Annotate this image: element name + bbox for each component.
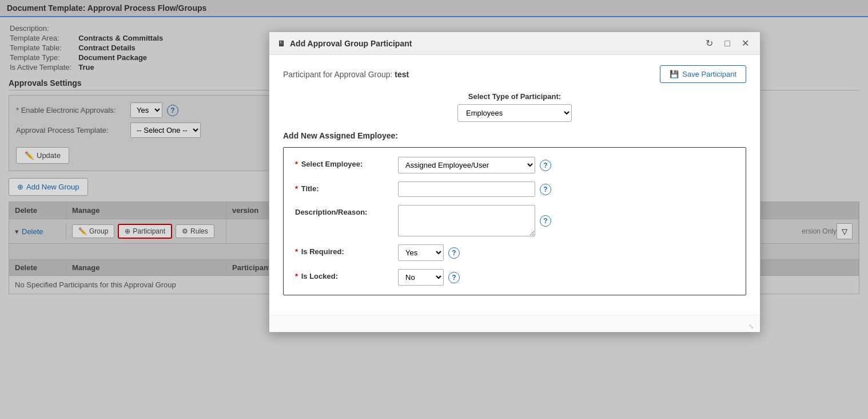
is-required-control: Yes No ? [398, 244, 460, 261]
approval-group-name: test [395, 70, 409, 79]
modal-footer: ⤡ [269, 315, 760, 332]
add-new-assigned-employee-title: Add New Assigned Employee: [283, 131, 746, 140]
description-textarea[interactable] [398, 205, 535, 236]
description-help-icon[interactable]: ? [540, 215, 551, 227]
select-employee-label: * Select Employee: [295, 157, 398, 168]
is-locked-row: * Is Locked: No Yes ? [295, 269, 734, 286]
modal-refresh-button[interactable]: ↻ [703, 37, 716, 50]
modal-close-button[interactable]: ✕ [739, 37, 752, 50]
is-locked-help-icon[interactable]: ? [448, 272, 460, 283]
title-label: * Title: [295, 181, 398, 193]
description-label: Description/Reason: [295, 205, 398, 216]
is-required-label: * Is Required: [295, 244, 398, 256]
is-required-select[interactable]: Yes No [398, 244, 444, 261]
select-employee-row: * Select Employee: Assigned Employee/Use… [295, 157, 734, 173]
save-participant-button[interactable]: 💾 Save Participant [660, 65, 746, 83]
modal-body: Participant for Approval Group: test 💾 S… [269, 55, 760, 315]
is-locked-label: * Is Locked: [295, 269, 398, 280]
title-row: * Title: ? [295, 181, 734, 197]
employee-form-box: * Select Employee: Assigned Employee/Use… [283, 147, 746, 295]
modal-title: Add Approval Group Participant [290, 39, 412, 48]
required-asterisk: * [295, 184, 298, 193]
modal-titlebar: 🖥 Add Approval Group Participant ↻ □ ✕ [269, 32, 760, 55]
title-control: ? [398, 181, 551, 197]
required-asterisk: * [295, 160, 298, 168]
select-employee-select[interactable]: Assigned Employee/User Specific Employee [398, 157, 535, 173]
modal-window-icon: 🖥 [277, 39, 285, 48]
select-employee-help-icon[interactable]: ? [540, 160, 551, 171]
description-control: ? [398, 205, 551, 236]
resize-handle[interactable]: ⤡ [748, 323, 755, 330]
title-help-icon[interactable]: ? [540, 184, 551, 195]
required-asterisk: * [295, 247, 298, 256]
is-required-help-icon[interactable]: ? [448, 247, 460, 259]
save-icon: 💾 [670, 70, 679, 78]
participant-info: Participant for Approval Group: test [283, 70, 409, 79]
is-locked-control: No Yes ? [398, 269, 460, 286]
type-of-participant-select[interactable]: Employees Role Department [457, 104, 572, 122]
is-required-row: * Is Required: Yes No ? [295, 244, 734, 261]
modal-maximize-button[interactable]: □ [722, 37, 733, 50]
add-approval-group-participant-modal: 🖥 Add Approval Group Participant ↻ □ ✕ P… [269, 31, 761, 333]
modal-top-row: Participant for Approval Group: test 💾 S… [283, 65, 746, 83]
select-employee-control: Assigned Employee/User Specific Employee… [398, 157, 551, 173]
title-input[interactable] [398, 181, 535, 197]
is-locked-select[interactable]: No Yes [398, 269, 444, 286]
description-row: Description/Reason: ? [295, 205, 734, 236]
select-type-label: Select Type of Participant: [468, 92, 561, 101]
required-asterisk: * [295, 272, 298, 280]
type-selector: Select Type of Participant: Employees Ro… [283, 92, 746, 122]
